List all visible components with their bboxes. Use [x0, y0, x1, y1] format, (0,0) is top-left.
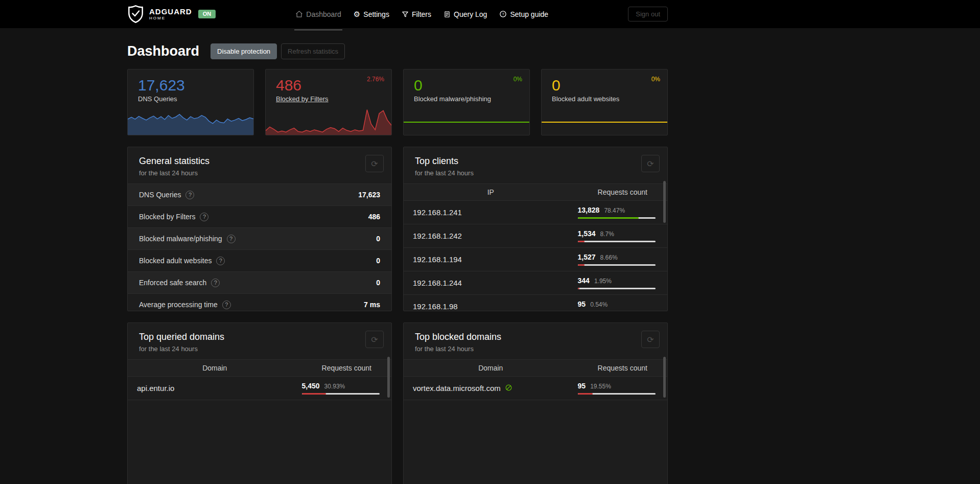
statistic-label: Blocked by Filters	[139, 213, 195, 221]
requests-count: 5,450	[302, 382, 320, 390]
svg-text:?: ?	[502, 12, 504, 16]
statistics-row: Average processing time ? 7 ms	[128, 293, 391, 311]
blocked-filters-sparkline	[266, 106, 391, 135]
stat-card-blocked-filters: 486 Blocked by Filters 2.76%	[265, 69, 392, 135]
stat-label: Blocked malware/phishing	[414, 95, 529, 103]
progress-fill	[578, 288, 579, 289]
client-ip: 192.168.1.242	[404, 232, 578, 240]
table-row: vortex.data.microsoft.com 95 19.55%	[404, 377, 667, 400]
tracker-blocked-icon	[505, 384, 512, 393]
progress-fill	[578, 217, 639, 219]
statistics-row: Blocked by Filters ? 486	[128, 205, 391, 227]
nav-item-setup-guide[interactable]: ? Setup guide	[499, 8, 548, 20]
nav-item-dashboard[interactable]: Dashboard	[295, 8, 341, 20]
progress-track	[578, 288, 656, 289]
nav-item-settings[interactable]: ⚙ Settings	[354, 8, 389, 20]
scrollbar-thumb[interactable]	[663, 181, 666, 223]
refresh-statistics-button[interactable]: Refresh statistics	[281, 43, 345, 59]
dashboard-icon	[295, 10, 303, 18]
brand-subtitle: HOME	[149, 16, 192, 20]
column-header-requests: Requests count	[578, 184, 667, 200]
statistic-value: 17,623	[358, 191, 380, 199]
scrollbar-thumb[interactable]	[387, 357, 390, 398]
nav-item-query-log[interactable]: Query Log	[444, 9, 487, 20]
progress-track	[578, 217, 656, 219]
blocked-by-filters-link[interactable]: Blocked by Filters	[276, 95, 391, 103]
card-subtitle: for the last 24 hours	[139, 169, 380, 177]
help-icon[interactable]: ?	[200, 213, 208, 221]
table-row: api.entur.io 5,450 30.93%	[128, 377, 391, 400]
main-nav: Dashboard ⚙ Settings Filters	[295, 8, 548, 20]
table-header: IP Requests count	[404, 183, 667, 201]
requests-count: 95	[578, 300, 586, 308]
page-header: Dashboard Disable protection Refresh sta…	[127, 41, 668, 61]
question-circle-icon: ?	[499, 10, 507, 18]
domain-name: vortex.data.microsoft.com	[413, 384, 501, 393]
statistic-value: 0	[376, 235, 380, 243]
help-icon[interactable]: ?	[227, 235, 236, 243]
client-ip: 192.168.1.98	[404, 302, 578, 311]
table-row: 192.168.1.242 1,534 8.7%	[404, 224, 667, 248]
sign-out-button[interactable]: Sign out	[628, 7, 668, 21]
refresh-card-button[interactable]: ⟳	[365, 155, 384, 172]
statistic-value: 0	[376, 279, 380, 287]
statistic-value: 0	[376, 257, 380, 265]
nav-item-label: Query Log	[454, 11, 487, 18]
column-header-ip: IP	[404, 184, 578, 200]
table-row: 192.168.1.98 95 0.54%	[404, 295, 667, 311]
statistics-row: Blocked adult websites ? 0	[128, 249, 391, 271]
refresh-card-button[interactable]: ⟳	[641, 155, 660, 172]
refresh-card-button[interactable]: ⟳	[641, 331, 660, 348]
table-row: 192.168.1.194 1,527 8.66%	[404, 248, 667, 271]
help-icon[interactable]: ?	[185, 191, 194, 199]
requests-percent: 1.95%	[594, 278, 612, 285]
requests-percent: 8.7%	[600, 231, 614, 238]
card-title: Top blocked domains	[415, 332, 656, 342]
table-header: Domain Requests count	[404, 359, 667, 377]
nav-item-filters[interactable]: Filters	[402, 9, 431, 20]
statistic-value: 7 ms	[364, 301, 380, 309]
statistics-row: DNS Queries ? 17,623	[128, 183, 391, 205]
card-title: Top clients	[415, 156, 656, 167]
nav-item-label: Setup guide	[510, 11, 548, 18]
progress-fill	[578, 241, 585, 242]
navbar: ADGUARD HOME ON Dashboard ⚙ Settings	[0, 0, 980, 28]
table-header: Domain Requests count	[128, 359, 391, 377]
card-subtitle: for the last 24 hours	[415, 169, 656, 177]
stat-percent: 2.76%	[367, 76, 384, 83]
card-title: Top queried domains	[139, 332, 380, 342]
page-title: Dashboard	[127, 43, 199, 59]
progress-fill	[578, 264, 585, 266]
help-icon[interactable]: ?	[211, 279, 220, 287]
protection-status-badge: ON	[198, 10, 216, 18]
scrollbar-thumb[interactable]	[663, 357, 666, 398]
disable-protection-button[interactable]: Disable protection	[211, 43, 277, 59]
statistic-value: 486	[368, 213, 380, 221]
help-icon[interactable]: ?	[216, 257, 225, 265]
stat-percent: 0%	[651, 76, 660, 83]
brand-title: ADGUARD	[149, 8, 192, 15]
column-header-domain: Domain	[128, 360, 302, 376]
top-queried-domains-table: api.entur.io 5,450 30.93%	[128, 377, 391, 400]
help-icon[interactable]: ?	[222, 301, 231, 309]
statistics-row: Blocked malware/phishing ? 0	[128, 227, 391, 249]
top-queried-domains-card: Top queried domains for the last 24 hour…	[127, 322, 392, 484]
statistic-label: Blocked adult websites	[139, 257, 212, 265]
column-header-requests: Requests count	[578, 360, 667, 376]
table-row: 192.168.1.241 13,828 78.47%	[404, 201, 667, 224]
refresh-card-button[interactable]: ⟳	[365, 331, 384, 348]
statistic-label: Enforced safe search	[139, 279, 206, 287]
nav-item-label: Dashboard	[306, 11, 341, 18]
brand[interactable]: ADGUARD HOME ON	[127, 5, 216, 24]
stat-card-blocked-malware: 0 Blocked malware/phishing 0%	[403, 69, 530, 135]
adult-flatline	[542, 122, 667, 123]
column-header-requests: Requests count	[302, 360, 391, 376]
document-icon	[444, 11, 451, 18]
malware-flatline	[404, 122, 529, 123]
progress-track	[578, 393, 656, 395]
gear-icon: ⚙	[354, 10, 360, 18]
top-clients-card: Top clients for the last 24 hours ⟳ IP R…	[403, 147, 668, 311]
top-blocked-domains-card: Top blocked domains for the last 24 hour…	[403, 322, 668, 484]
bottom-row: Top queried domains for the last 24 hour…	[127, 322, 668, 484]
client-ip: 192.168.1.244	[404, 279, 578, 287]
